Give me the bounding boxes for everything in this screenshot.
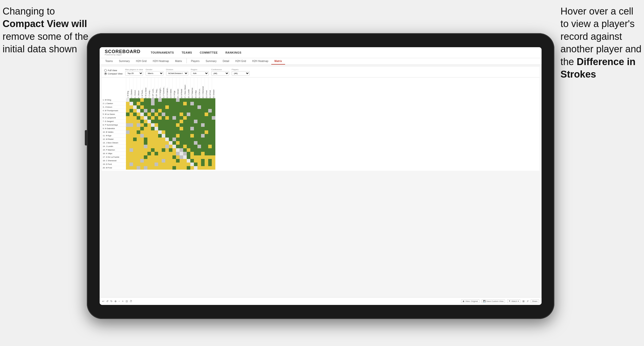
save-custom-button[interactable]: 💾 Save Custom View (482, 299, 505, 303)
svg-rect-25 (205, 98, 208, 102)
division-select[interactable]: NCAA Division I (166, 71, 188, 76)
svg-rect-264 (165, 134, 169, 138)
svg-rect-94 (183, 109, 187, 113)
share-icon[interactable]: ↗ (526, 300, 529, 303)
minus-icon[interactable]: − (119, 300, 120, 303)
svg-rect-376 (208, 148, 212, 152)
tab-detail[interactable]: Detail (220, 58, 232, 65)
zoom-icon[interactable]: ⊕ (114, 300, 116, 303)
fit-icon[interactable]: ⊡ (126, 300, 128, 303)
redo-icon-2[interactable]: ↻ (110, 300, 112, 303)
col-17: 17. J Skov Olesen (183, 78, 187, 98)
svg-rect-223 (197, 127, 201, 130)
svg-rect-486 (155, 166, 158, 170)
nav-committee[interactable]: COMMITTEE (200, 51, 218, 54)
svg-rect-202 (212, 123, 215, 127)
svg-rect-228 (126, 130, 130, 134)
svg-rect-364 (165, 148, 169, 152)
svg-rect-284 (147, 138, 151, 141)
svg-rect-475 (205, 163, 208, 166)
svg-rect-427 (212, 155, 215, 159)
clock-icon[interactable]: ⏱ (130, 300, 132, 303)
svg-rect-112 (158, 113, 162, 116)
radio-compact-view[interactable]: Compact View (104, 72, 123, 75)
svg-rect-403 (126, 155, 130, 159)
matrix-svg (126, 98, 215, 170)
tab-h2h-heatmap-1[interactable]: H2H Heatmap (150, 58, 172, 65)
svg-rect-501 (208, 166, 212, 170)
watch-button[interactable]: 👁 Watch ▾ (507, 299, 520, 303)
tab-h2h-grid-1[interactable]: H2H Grid (133, 58, 150, 65)
svg-rect-351 (208, 145, 212, 148)
annotation-left-line4: initial data shown (3, 44, 77, 54)
svg-rect-37 (158, 102, 162, 105)
svg-rect-410 (151, 155, 155, 159)
svg-rect-203 (126, 127, 130, 130)
tab-matrix-1[interactable]: Matrix (172, 58, 185, 65)
col-4: 4. J Akrum (137, 78, 140, 98)
max-players-select[interactable]: Top 25 (125, 71, 143, 76)
svg-rect-296 (190, 138, 194, 141)
logo: SCOREBOARD Powered by clippd (105, 49, 140, 56)
svg-rect-356 (137, 148, 140, 152)
svg-rect-68 (180, 105, 183, 109)
matrix-grid: 1. W Ding 2. L Clanton 3. J Koivun 4. J … (126, 78, 540, 171)
svg-rect-259 (147, 134, 151, 138)
view-original-button[interactable]: ◉ View: Original (461, 299, 479, 303)
svg-rect-263 (162, 134, 165, 138)
radio-full-view[interactable]: Full View (104, 69, 123, 72)
conference-select[interactable]: (All) (211, 71, 229, 76)
svg-rect-359 (147, 148, 151, 152)
svg-rect-451 (208, 159, 212, 163)
svg-rect-309 (147, 141, 151, 145)
svg-rect-478 (126, 166, 130, 170)
svg-rect-113 (162, 113, 165, 116)
svg-rect-406 (137, 155, 140, 159)
svg-rect-45 (187, 102, 190, 105)
nav-teams[interactable]: TEAMS (182, 51, 192, 54)
svg-rect-183 (144, 123, 147, 127)
row-label-header (102, 78, 126, 98)
svg-rect-13 (162, 98, 165, 102)
svg-rect-424 (201, 155, 205, 159)
save-icon: 💾 (483, 300, 486, 302)
svg-rect-463 (162, 163, 165, 166)
svg-rect-500 (205, 166, 208, 170)
svg-rect-439 (165, 159, 169, 163)
svg-rect-155 (133, 120, 137, 123)
plus-icon[interactable]: + (122, 300, 124, 303)
logo-text: SCOREBOARD (105, 49, 140, 54)
svg-rect-108 (144, 113, 147, 116)
nav-rankings[interactable]: RANKINGS (225, 51, 241, 54)
svg-rect-272 (194, 134, 197, 138)
tab-matrix-2[interactable]: Matrix (271, 58, 285, 65)
svg-rect-306 (137, 141, 140, 145)
tab-teams[interactable]: Teams (102, 58, 116, 65)
tab-summary-1[interactable]: Summary (116, 58, 133, 65)
tab-players[interactable]: Players (188, 58, 203, 65)
svg-rect-197 (194, 123, 197, 127)
grid-icon[interactable]: ⊞ (522, 300, 524, 303)
svg-rect-8 (144, 98, 147, 102)
svg-rect-365 (169, 148, 172, 152)
redo-icon-1[interactable]: ↺ (106, 300, 108, 303)
annotation-right-line6: Strokes (560, 69, 596, 80)
svg-rect-206 (137, 127, 140, 130)
share-button[interactable]: Share (531, 299, 539, 303)
region-select[interactable]: N/A (191, 71, 209, 76)
gender-select[interactable]: Men's (146, 71, 163, 76)
share-label: Share (532, 300, 537, 302)
nav-tournaments[interactable]: TOURNAMENTS (151, 51, 174, 54)
tab-h2h-grid-2[interactable]: H2H Grid (232, 58, 249, 65)
logo-powered: Powered by clippd (105, 54, 140, 56)
undo-icon[interactable]: ↩ (102, 300, 104, 303)
svg-rect-83 (144, 109, 147, 113)
col-13: 13. B Valdes (169, 78, 172, 98)
col-1: 1. W Ding (126, 78, 130, 98)
svg-rect-470 (187, 163, 190, 166)
tab-summary-2[interactable]: Summary (203, 58, 220, 65)
svg-rect-411 (155, 155, 158, 159)
tab-h2h-heatmap-2[interactable]: H2H Heatmap (249, 58, 271, 65)
players-select[interactable]: (All) (232, 71, 250, 76)
row-label-5: 5. M La Sasso (102, 113, 126, 116)
